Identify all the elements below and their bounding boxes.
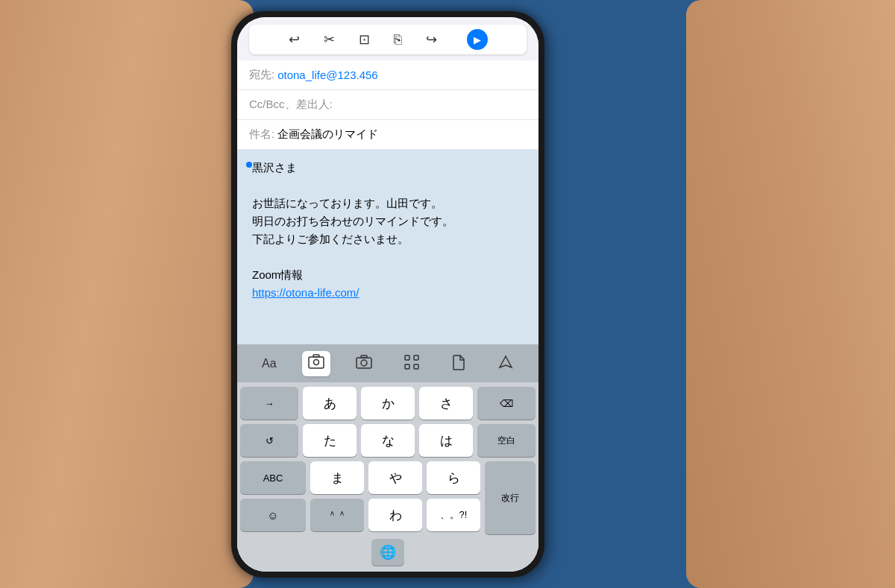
subject-label: 件名: — [249, 127, 274, 142]
svg-rect-5 — [361, 355, 367, 358]
keyboard-main-keys: ABC ま や ら ☺ ＾＾ わ 、。?! — [240, 461, 480, 534]
key-ra[interactable]: ら — [427, 461, 480, 494]
svg-marker-10 — [500, 356, 512, 367]
keyboard-row-3: ABC ま や ら — [240, 461, 480, 494]
key-space[interactable]: 空白 — [477, 424, 536, 457]
to-value: otona_life@123.456 — [277, 69, 378, 81]
keyboard-row-1: → あ か さ ⌫ — [240, 387, 536, 420]
email-body-text: 黒沢さま お世話になっております。山田です。 明日のお打ち合わせのリマインドです… — [249, 159, 527, 302]
cursor — [246, 162, 252, 168]
camera-button[interactable] — [350, 351, 378, 376]
japanese-keyboard: → あ か さ ⌫ ↺ た な は 空白 — [237, 382, 538, 572]
svg-rect-0 — [309, 357, 324, 368]
key-ha[interactable]: は — [419, 424, 473, 457]
svg-rect-2 — [313, 355, 319, 357]
key-globe[interactable]: 🌐 — [371, 539, 404, 566]
svg-rect-6 — [405, 355, 409, 360]
cut-icon[interactable]: ✂ — [324, 31, 335, 48]
send-button[interactable]: ▶ — [467, 29, 488, 50]
key-undo[interactable]: ↺ — [240, 424, 298, 457]
key-enter[interactable]: 改行 — [485, 461, 536, 534]
svg-point-4 — [361, 360, 367, 366]
key-na[interactable]: な — [361, 424, 415, 457]
key-arrow[interactable]: → — [240, 387, 298, 420]
phone-screen: ↩ ✂ ⊡ ⎘ ↪ ▶ 宛先: otona_life@123.456 — [237, 17, 538, 572]
key-backspace[interactable]: ⌫ — [477, 387, 536, 420]
page-container: ↩ ✂ ⊡ ⎘ ↪ ▶ 宛先: otona_life@123.456 — [0, 0, 895, 588]
keyboard-bottom: 🌐 — [240, 539, 536, 566]
cc-label: Cc/Bcc、差出人: — [249, 98, 333, 112]
svg-rect-8 — [405, 364, 409, 369]
phone-body: ↩ ✂ ⊡ ⎘ ↪ ▶ 宛先: otona_life@123.456 — [231, 11, 544, 578]
hand-right — [686, 0, 895, 588]
redo-icon[interactable]: ↪ — [426, 31, 437, 48]
key-ka[interactable]: か — [361, 387, 415, 420]
subject-field[interactable]: 件名: 企画会議のリマイド — [237, 120, 538, 150]
svg-point-1 — [313, 360, 318, 365]
edit-toolbar: ↩ ✂ ⊡ ⎘ ↪ ▶ — [249, 25, 527, 54]
body-greeting: 黒沢さま — [252, 159, 527, 177]
undo-icon[interactable]: ↩ — [289, 31, 300, 48]
keyboard-rows-3-4: ABC ま や ら ☺ ＾＾ わ 、。?! — [240, 461, 536, 534]
hand-left — [0, 0, 254, 588]
keyboard-row-2: ↺ た な は 空白 — [240, 424, 536, 457]
email-body[interactable]: 黒沢さま お世話になっております。山田です。 明日のお打ち合わせのリマインドです… — [237, 150, 538, 344]
font-button[interactable]: Aa — [256, 354, 283, 373]
body-link[interactable]: https://otona-life.com/ — [252, 284, 527, 302]
key-sa[interactable]: さ — [419, 387, 473, 420]
scan-button[interactable] — [398, 351, 426, 376]
svg-rect-3 — [357, 358, 371, 368]
key-abc[interactable]: ABC — [240, 461, 306, 494]
email-compose: 宛先: otona_life@123.456 Cc/Bcc、差出人: 件名: 企… — [237, 60, 538, 572]
keyboard-row-4: ☺ ＾＾ わ 、。?! — [240, 499, 480, 531]
key-emoji[interactable]: ☺ — [240, 499, 306, 531]
svg-rect-9 — [414, 364, 418, 369]
key-ya[interactable]: や — [368, 461, 422, 494]
body-zoom-label: Zoom情報 — [252, 266, 527, 284]
key-ma[interactable]: ま — [310, 461, 364, 494]
body-reminder: 明日のお打ち合わせのリマインドです。 — [252, 212, 527, 230]
subject-value: 企画会議のリマイド — [277, 127, 378, 142]
svg-rect-7 — [414, 355, 418, 360]
location-button[interactable] — [492, 351, 520, 376]
photo-button[interactable] — [302, 351, 330, 376]
copy-icon[interactable]: ⊡ — [359, 31, 370, 48]
key-a[interactable]: あ — [303, 387, 357, 420]
paste-icon[interactable]: ⎘ — [394, 32, 402, 48]
to-field[interactable]: 宛先: otona_life@123.456 — [237, 60, 538, 90]
key-punct[interactable]: 、。?! — [427, 499, 480, 531]
file-button[interactable] — [445, 351, 472, 376]
body-join: 下記よりご参加くださいませ。 — [252, 230, 527, 248]
key-caret[interactable]: ＾＾ — [310, 499, 364, 531]
key-wa[interactable]: わ — [368, 499, 422, 531]
key-ta[interactable]: た — [303, 424, 357, 457]
edit-toolbar-area: ↩ ✂ ⊡ ⎘ ↪ ▶ — [237, 17, 538, 60]
body-intro: お世話になっております。山田です。 — [252, 195, 527, 212]
keyboard-toolbar: Aa — [237, 344, 538, 382]
cc-field[interactable]: Cc/Bcc、差出人: — [237, 90, 538, 120]
to-label: 宛先: — [249, 68, 274, 82]
